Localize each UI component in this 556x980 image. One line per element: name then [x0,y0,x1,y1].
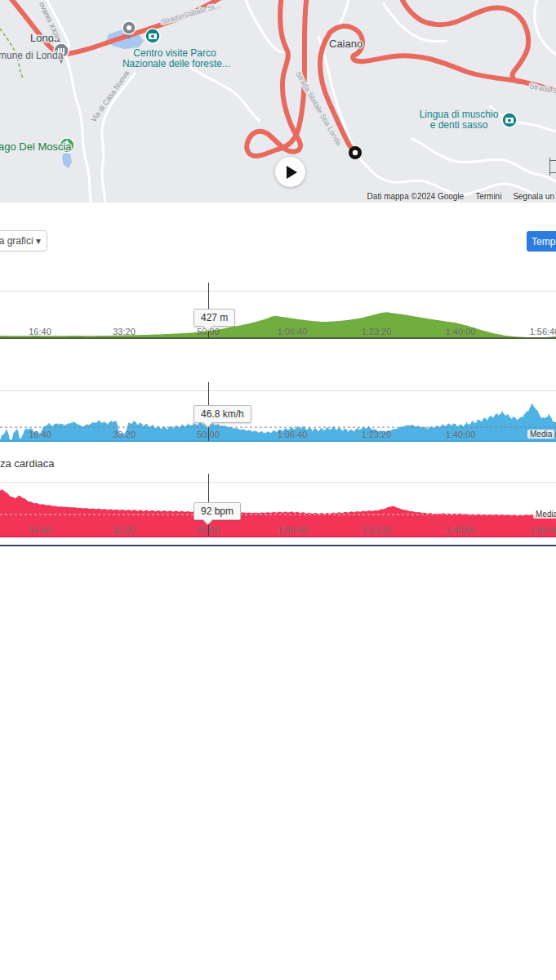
heart-rate-average-label: Media [533,510,556,519]
speed-average-label: Media [527,430,554,439]
map-label-lago: ago Del Moscia [0,140,72,153]
map-label-centro-1: Centro visite Parco [133,47,216,59]
camera-poi-icon-lingua[interactable] [502,113,517,127]
elevation-chart[interactable] [0,291,556,338]
heart-rate-tooltip: 92 bpm [193,502,241,520]
map-label-comune: mune di Londa [0,50,64,61]
activity-analysis-page: Londa Caiano mune di Londa Centro visite… [0,0,556,980]
map-report-link[interactable]: Segnala un [513,192,554,201]
speed-chart[interactable] [0,390,556,441]
speed-area [0,404,556,442]
play-icon [287,166,297,179]
heart-rate-chart-title: za cardiaca [0,457,54,470]
map-terms-link[interactable]: Termini [475,192,501,201]
map-data-credit: Dati mappa ©2024 Google [367,192,465,201]
tempo-button[interactable]: Tempo [527,231,556,252]
route-map[interactable]: Londa Caiano mune di Londa Centro visite… [0,0,556,203]
section-divider [0,545,556,546]
speed-tooltip: 46.8 km/h [193,405,251,423]
map-label-centro-2: Nazionale delle foreste... [122,58,230,69]
map-label-lingua-1: Lingua di muschio [420,109,499,120]
map-scale-control [549,158,556,176]
route-position-marker-center [353,150,358,155]
map-attribution: Dati mappa ©2024 Google Termini Segnala … [367,192,554,201]
heart-rate-chart[interactable] [0,482,556,537]
heart-rate-area [0,489,556,537]
elevation-area [0,312,556,339]
map-label-caiano: Caiano [329,38,363,50]
map-play-button[interactable] [275,157,305,187]
map-label-lingua-2: e denti sasso [430,119,488,131]
camera-poi-icon-centro[interactable] [145,29,160,43]
charts-dropdown-button[interactable]: a grafici ▾ [0,230,47,252]
elevation-tooltip: 427 m [193,309,235,327]
